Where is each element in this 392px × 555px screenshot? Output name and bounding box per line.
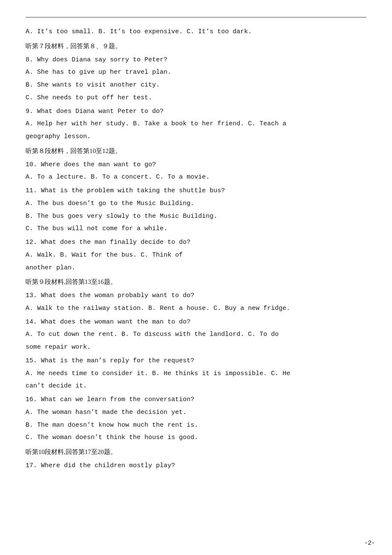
options-line: A. It’s too small. B. It’s too expensive… — [26, 26, 366, 38]
question-line: 11. What is the problem with taking the … — [26, 185, 366, 197]
question-line: 16. What can we learn from the conversat… — [26, 394, 366, 406]
option-line: A. The bus doesn’t go to the Music Build… — [26, 198, 366, 210]
question-line: 10. Where does the man want to go? — [26, 159, 366, 171]
section-header: 听第８段材料，回答第10至12题。 — [26, 145, 366, 157]
question-line: 12. What does the man finally decide to … — [26, 237, 366, 249]
options-line: A. To a lecture. B. To a concert. C. To … — [26, 171, 366, 183]
options-line: A. Help her with her study. B. Take a bo… — [26, 118, 366, 130]
options-line: A. Walk to the railway station. B. Rent … — [26, 303, 366, 315]
options-line: A. He needs time to consider it. B. He t… — [26, 368, 366, 380]
section-header: 听第９段材料,回答第13至16题。 — [26, 276, 366, 288]
options-line: A. To cut down the rent. B. To discuss w… — [26, 329, 366, 341]
page-number: -2- — [364, 540, 375, 546]
question-line: 9. What does Diana want Peter to do? — [26, 106, 366, 118]
section-header: 听第７段材料，回答第８、９题。 — [26, 40, 366, 52]
question-line: 15. What is the man’s reply for the requ… — [26, 355, 366, 367]
option-line: C. She needs to put off her test. — [26, 92, 366, 104]
continuation-line: another plan. — [26, 262, 366, 274]
continuation-line: some repair work. — [26, 341, 366, 353]
question-line: 14. What does the woman want the man to … — [26, 316, 366, 328]
section-header: 听第10段材料,回答第17至20题。 — [26, 446, 366, 458]
main-content: A. It’s too small. B. It’s too expensive… — [26, 26, 366, 472]
option-line: A. The woman hasn’t made the decision ye… — [26, 407, 366, 419]
option-line: B. She wants to visit another city. — [26, 79, 366, 91]
option-line: B. The man doesn’t know how much the ren… — [26, 419, 366, 431]
question-line: 13. What does the woman probably want to… — [26, 290, 366, 302]
continuation-line: can’t decide it. — [26, 380, 366, 392]
option-line: C. The bus will not come for a while. — [26, 223, 366, 235]
question-line: 8. Why does Diana say sorry to Peter? — [26, 54, 366, 66]
options-line: A. Walk. B. Wait for the bus. C. Think o… — [26, 249, 366, 261]
question-line: 17. Where did the children mostly play? — [26, 460, 366, 472]
top-divider — [26, 17, 366, 17]
option-line: A. She has to give up her travel plan. — [26, 66, 366, 78]
option-line: C. The woman doesn’t think the house is … — [26, 432, 366, 444]
option-line: B. The bus goes very slowly to the Music… — [26, 211, 366, 223]
continuation-line: geography lesson. — [26, 131, 366, 143]
